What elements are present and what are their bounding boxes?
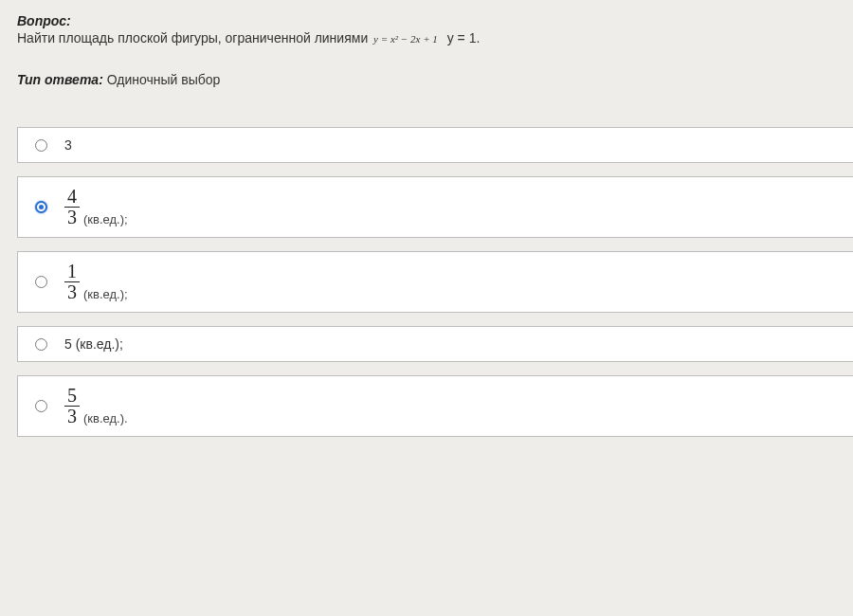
option-content: 5 3 (кв.ед.). — [64, 386, 128, 426]
option-row[interactable]: 3 — [17, 127, 853, 163]
radio-icon[interactable] — [35, 276, 47, 288]
question-formula: y = x² − 2x + 1 — [372, 33, 440, 45]
option-unit: (кв.ед.); — [83, 287, 128, 302]
fraction-denominator: 3 — [64, 406, 80, 426]
question-text-after: y = 1. — [440, 30, 481, 45]
fraction-denominator: 3 — [64, 207, 80, 227]
question-page: Вопрос: Найти площадь плоской фигуры, ог… — [0, 0, 853, 437]
fraction-numerator: 1 — [64, 262, 80, 281]
option-content: 3 — [64, 137, 72, 153]
question-label: Вопрос: — [17, 13, 853, 28]
option-row[interactable]: 5 3 (кв.ед.). — [17, 375, 853, 437]
option-unit: (кв.ед.); — [83, 212, 128, 227]
radio-icon[interactable] — [35, 139, 47, 152]
fraction-numerator: 5 — [64, 386, 80, 406]
option-row[interactable]: 4 3 (кв.ед.); — [17, 176, 853, 238]
radio-icon[interactable] — [35, 338, 47, 351]
option-text: 3 — [64, 137, 72, 153]
answer-type-value-text: Одиночный выбор — [107, 72, 221, 87]
answer-type-label: Тип ответа: — [17, 72, 103, 87]
fraction-numerator: 4 — [64, 187, 80, 207]
fraction-denominator: 3 — [64, 281, 80, 302]
option-row[interactable]: 5 (кв.ед.); — [17, 326, 853, 362]
option-row[interactable]: 1 3 (кв.ед.); — [17, 251, 853, 313]
fraction: 4 3 — [64, 187, 80, 227]
option-content: 1 3 (кв.ед.); — [64, 262, 128, 302]
option-content: 5 (кв.ед.); — [64, 336, 123, 352]
fraction: 1 3 — [64, 262, 80, 302]
radio-icon[interactable] — [35, 400, 47, 412]
option-text: 5 (кв.ед.); — [64, 336, 123, 352]
radio-icon[interactable] — [35, 201, 47, 213]
question-text: Найти площадь плоской фигуры, ограниченн… — [17, 30, 853, 45]
question-text-before: Найти площадь плоской фигуры, ограниченн… — [17, 30, 372, 45]
option-content: 4 3 (кв.ед.); — [64, 187, 128, 227]
options-list: 3 4 3 (кв.ед.); 1 3 (кв.ед.); — [17, 127, 853, 437]
answer-type-line: Тип ответа: Одиночный выбор — [17, 72, 853, 87]
fraction: 5 3 — [64, 386, 80, 426]
option-unit: (кв.ед.). — [83, 411, 128, 426]
